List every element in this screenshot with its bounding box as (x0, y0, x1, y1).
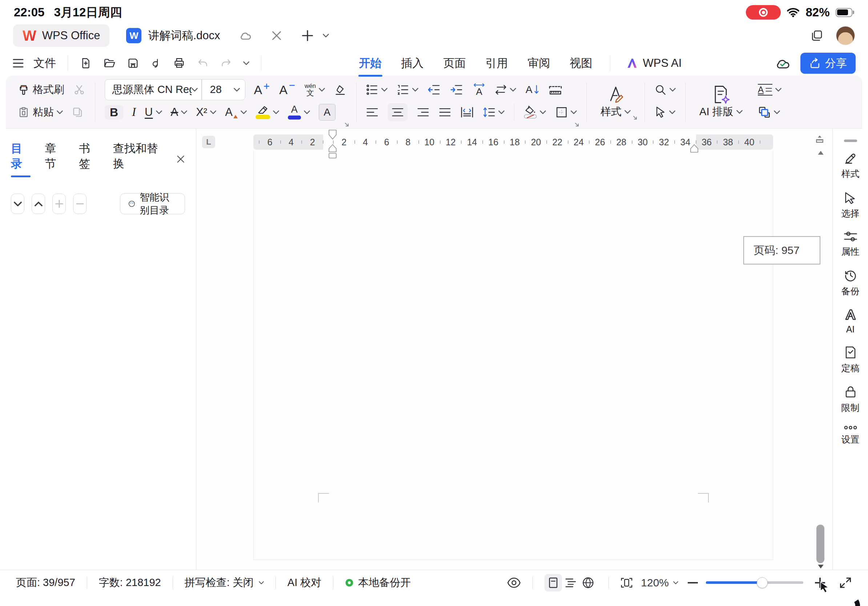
bold-button[interactable]: B (105, 105, 123, 119)
redo-icon[interactable] (220, 57, 232, 69)
file-menu[interactable]: 文件 (33, 56, 56, 71)
avatar[interactable] (836, 26, 855, 45)
font-name-select[interactable]: 思源黑体 CN Reg (105, 82, 198, 97)
eye-preview-icon[interactable] (507, 577, 521, 589)
tab-bookmarks[interactable]: 书签 (79, 141, 99, 177)
cloud-sync-icon[interactable] (239, 30, 252, 41)
zoom-in-toc-button[interactable] (52, 194, 66, 214)
numbered-list-button[interactable] (397, 84, 418, 96)
open-file-icon[interactable] (103, 57, 116, 70)
tab-insert[interactable]: 插入 (399, 52, 426, 74)
italic-button[interactable]: I (132, 106, 136, 118)
collapse-rail-handle[interactable] (844, 139, 857, 142)
quick-access-chevron-icon[interactable] (243, 62, 250, 65)
tab-view[interactable]: 视图 (568, 52, 595, 74)
distribute-icon[interactable] (460, 107, 474, 118)
export-pdf-icon[interactable] (150, 57, 162, 70)
strikethrough-button[interactable]: A (171, 107, 188, 118)
spell-check-control[interactable]: 拼写检查: 关闭 (184, 575, 264, 590)
font-color-button[interactable]: A (288, 105, 310, 119)
tab-chapters[interactable]: 章节 (45, 141, 65, 177)
text-direction-button[interactable] (495, 84, 516, 95)
rail-item-select[interactable]: 选择 (842, 191, 860, 220)
fullscreen-icon[interactable] (839, 576, 852, 589)
char-effects-button[interactable]: A (225, 107, 247, 118)
underline-button[interactable]: U (145, 107, 162, 118)
justify-icon[interactable] (439, 107, 451, 117)
new-tab-icon[interactable] (301, 29, 314, 42)
tab-reference[interactable]: 引用 (484, 52, 510, 74)
scroll-up-arrow[interactable] (817, 150, 824, 155)
local-backup-status[interactable]: 本地备份开 (345, 575, 411, 590)
font-size-select[interactable]: 28 (202, 83, 245, 96)
close-tab-icon[interactable] (271, 30, 282, 41)
tab-page[interactable]: 页面 (441, 52, 468, 74)
decrease-font-button[interactable]: A (279, 83, 296, 96)
zoom-out-button[interactable] (688, 581, 698, 584)
expand-all-button[interactable] (32, 194, 45, 214)
zoom-slider[interactable] (706, 581, 803, 584)
word-count[interactable]: 字数: 218192 (99, 575, 161, 590)
save-icon[interactable] (127, 57, 139, 70)
format-painter-button[interactable]: 格式刷 (17, 82, 64, 97)
clear-format-icon[interactable] (334, 83, 347, 96)
char-shading-button[interactable]: A (319, 104, 335, 121)
rail-item-settings[interactable]: 设置 (842, 425, 860, 445)
cloud-saved-icon[interactable] (775, 57, 791, 70)
rail-item-properties[interactable]: 属性 (842, 231, 860, 258)
find-button[interactable] (654, 83, 676, 96)
styles-group[interactable]: 样式 (595, 85, 637, 119)
select-button[interactable] (655, 106, 675, 118)
decrease-indent-icon[interactable] (428, 84, 441, 96)
sort-button[interactable]: A (525, 85, 539, 95)
collapse-all-button[interactable] (11, 194, 24, 214)
tab-wps-office-home[interactable]: W WPS Office (13, 24, 109, 47)
right-indent-marker[interactable] (690, 144, 699, 153)
cut-icon[interactable] (73, 83, 85, 96)
scroll-down-arrow[interactable] (817, 564, 824, 569)
zoom-in-button[interactable] (815, 578, 825, 588)
tab-home[interactable]: 开始 (357, 52, 384, 74)
char-scale-button[interactable]: A (473, 83, 485, 96)
page-indicator[interactable]: 页面: 39/957 (16, 575, 75, 590)
line-spacing-button[interactable] (483, 107, 505, 118)
tab-review[interactable]: 审阅 (525, 52, 552, 74)
superscript-button[interactable]: X² (196, 107, 216, 118)
tab-document[interactable]: W 讲解词稿.docx (126, 28, 220, 43)
increase-font-button[interactable]: A (254, 83, 271, 96)
arrange-objects-button[interactable] (758, 106, 780, 119)
tab-settings-icon[interactable] (549, 84, 562, 95)
hanging-indent-marker[interactable] (328, 144, 337, 159)
ai-layout-group[interactable]: AI 排版 (693, 85, 748, 119)
styles-dialog-expand-icon[interactable] (632, 115, 638, 121)
window-switcher-icon[interactable] (811, 29, 824, 42)
phonetic-guide-button[interactable]: wén 文 (305, 83, 325, 97)
share-button[interactable]: 分享 (800, 53, 856, 74)
align-right-icon[interactable] (417, 107, 429, 117)
screen-recording-indicator[interactable] (746, 5, 781, 20)
rail-item-backup[interactable]: 备份 (842, 269, 860, 297)
zoom-slider-knob[interactable] (757, 577, 768, 588)
borders-button[interactable] (555, 106, 577, 118)
ai-proofread-button[interactable]: AI 校对 (288, 575, 321, 590)
page-view-button[interactable] (544, 574, 562, 592)
print-icon[interactable] (173, 57, 186, 70)
document-area[interactable]: L 642 246810121416182022242628303234 363… (196, 128, 832, 570)
hamburger-icon[interactable] (12, 59, 24, 68)
tab-find-replace[interactable]: 查找和替换 (113, 141, 162, 177)
new-file-icon[interactable] (80, 57, 92, 70)
increase-indent-icon[interactable] (450, 84, 463, 96)
outline-view-button[interactable] (562, 574, 580, 592)
undo-icon[interactable] (197, 57, 209, 69)
font-dialog-expand-icon[interactable] (344, 122, 350, 128)
tab-toc[interactable]: 目录 (11, 141, 31, 177)
tab-wps-ai[interactable]: WPS AI (626, 57, 682, 70)
tab-list-chevron-icon[interactable] (323, 34, 329, 37)
align-center-button[interactable] (388, 103, 408, 121)
zoom-level[interactable]: 120% (641, 577, 669, 589)
paste-button[interactable]: 粘贴 (17, 105, 63, 119)
zoom-out-toc-button[interactable] (73, 194, 87, 214)
bullet-list-button[interactable] (366, 84, 388, 96)
zoom-chevron-icon[interactable] (673, 581, 678, 584)
highlight-button[interactable] (256, 105, 279, 119)
